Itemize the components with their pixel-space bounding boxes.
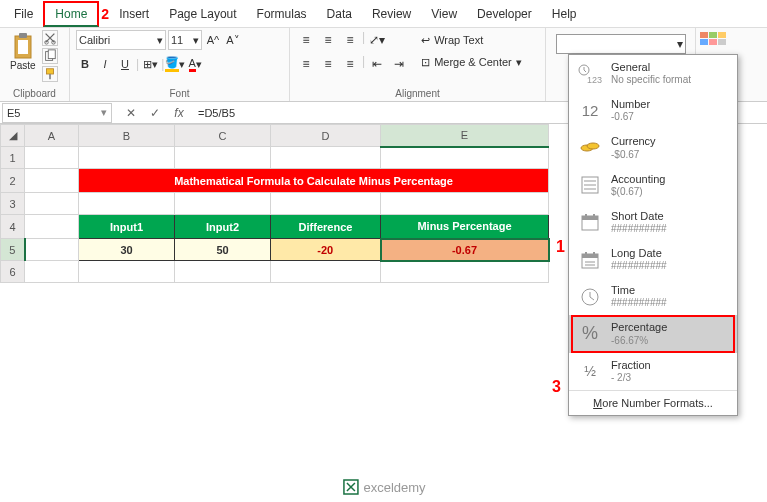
svg-rect-25 bbox=[585, 214, 587, 218]
svg-point-18 bbox=[587, 143, 599, 149]
cancel-icon[interactable]: ✕ bbox=[122, 104, 140, 122]
increase-font-icon[interactable]: A^ bbox=[204, 30, 222, 50]
format-percentage[interactable]: % Percentage-66.67% bbox=[569, 315, 737, 352]
format-number[interactable]: 12 Number-0.67 bbox=[569, 92, 737, 129]
more-number-formats[interactable]: More Number Formats... bbox=[569, 390, 737, 415]
select-all-corner[interactable]: ◢ bbox=[1, 125, 25, 147]
fx-icon[interactable]: fx bbox=[170, 104, 188, 122]
callout-3: 3 bbox=[552, 378, 561, 396]
row-header-1[interactable]: 1 bbox=[1, 147, 25, 169]
indent-right-icon[interactable]: ⇥ bbox=[389, 54, 409, 74]
formula-input[interactable]: =D5/B5 bbox=[194, 107, 239, 119]
logo-icon bbox=[341, 478, 359, 496]
format-accounting[interactable]: Accounting$(0.67) bbox=[569, 167, 737, 204]
row-header-6[interactable]: 6 bbox=[1, 261, 25, 283]
row-header-5[interactable]: 5 bbox=[1, 239, 25, 261]
format-time[interactable]: Time########## bbox=[569, 278, 737, 315]
header-difference[interactable]: Difference bbox=[271, 215, 381, 239]
cell-c5[interactable]: 50 bbox=[175, 239, 271, 261]
tab-help[interactable]: Help bbox=[542, 3, 587, 25]
svg-rect-13 bbox=[709, 39, 717, 45]
number-format-select[interactable]: ▾ bbox=[556, 34, 686, 54]
tab-developer[interactable]: Developer bbox=[467, 3, 542, 25]
accounting-icon bbox=[577, 174, 603, 196]
callout-1: 1 bbox=[556, 238, 565, 256]
format-short-date[interactable]: Short Date########## bbox=[569, 204, 737, 241]
paste-icon bbox=[11, 32, 35, 60]
tab-review[interactable]: Review bbox=[362, 3, 421, 25]
cell-e5[interactable]: -0.67 bbox=[381, 239, 549, 261]
wrap-text-button[interactable]: ↩Wrap Text bbox=[417, 30, 526, 50]
font-name-select[interactable]: Calibri▾ bbox=[76, 30, 166, 50]
cell-b5[interactable]: 30 bbox=[79, 239, 175, 261]
clipboard-label: Clipboard bbox=[6, 86, 63, 99]
svg-rect-2 bbox=[18, 40, 28, 54]
format-currency[interactable]: Currency-$0.67 bbox=[569, 129, 737, 166]
italic-button[interactable]: I bbox=[96, 54, 114, 74]
svg-rect-1 bbox=[19, 33, 27, 38]
col-header-e[interactable]: E bbox=[381, 125, 549, 147]
alignment-group-label: Alignment bbox=[296, 86, 539, 99]
general-icon: 123 bbox=[577, 63, 603, 85]
copy-icon[interactable] bbox=[42, 48, 58, 64]
font-size-select[interactable]: 11▾ bbox=[168, 30, 202, 50]
header-input1[interactable]: Input1 bbox=[79, 215, 175, 239]
row-header-2[interactable]: 2 bbox=[1, 169, 25, 193]
align-top-icon[interactable]: ≡ bbox=[296, 30, 316, 50]
tab-insert[interactable]: Insert bbox=[109, 3, 159, 25]
merge-icon: ⊡ bbox=[421, 56, 430, 69]
paste-label: Paste bbox=[10, 60, 36, 71]
border-button[interactable]: ⊞▾ bbox=[141, 54, 159, 74]
tab-page-layout[interactable]: Page Layout bbox=[159, 3, 246, 25]
col-header-d[interactable]: D bbox=[271, 125, 381, 147]
indent-left-icon[interactable]: ⇤ bbox=[367, 54, 387, 74]
col-header-a[interactable]: A bbox=[25, 125, 79, 147]
bold-button[interactable]: B bbox=[76, 54, 94, 74]
format-long-date[interactable]: Long Date########## bbox=[569, 241, 737, 278]
tab-home[interactable]: Home bbox=[43, 1, 99, 27]
align-middle-icon[interactable]: ≡ bbox=[318, 30, 338, 50]
number-icon: 12 bbox=[577, 100, 603, 122]
title-cell[interactable]: Mathematical Formula to Calculate Minus … bbox=[79, 169, 549, 193]
svg-rect-28 bbox=[582, 254, 598, 258]
row-header-3[interactable]: 3 bbox=[1, 193, 25, 215]
short-date-icon bbox=[577, 211, 603, 233]
tab-formulas[interactable]: Formulas bbox=[247, 3, 317, 25]
header-input2[interactable]: Input2 bbox=[175, 215, 271, 239]
name-box[interactable]: E5▾ bbox=[2, 103, 112, 123]
col-header-b[interactable]: B bbox=[79, 125, 175, 147]
align-bottom-icon[interactable]: ≡ bbox=[340, 30, 360, 50]
align-center-icon[interactable]: ≡ bbox=[318, 54, 338, 74]
percentage-icon: % bbox=[577, 323, 603, 345]
fraction-icon: ½ bbox=[577, 360, 603, 382]
tab-file[interactable]: File bbox=[4, 3, 43, 25]
format-painter-icon[interactable] bbox=[42, 66, 58, 82]
align-left-icon[interactable]: ≡ bbox=[296, 54, 316, 74]
cut-icon[interactable] bbox=[42, 30, 58, 46]
font-color-button[interactable]: A▾ bbox=[186, 54, 204, 74]
svg-rect-6 bbox=[48, 50, 55, 59]
svg-rect-9 bbox=[700, 32, 708, 38]
orientation-icon[interactable]: ⤢▾ bbox=[367, 30, 387, 50]
align-right-icon[interactable]: ≡ bbox=[340, 54, 360, 74]
cell-d5[interactable]: -20 bbox=[271, 239, 381, 261]
merge-center-button[interactable]: ⊡Merge & Center ▾ bbox=[417, 52, 526, 72]
tab-data[interactable]: Data bbox=[317, 3, 362, 25]
enter-icon[interactable]: ✓ bbox=[146, 104, 164, 122]
cell-styles-icon[interactable] bbox=[700, 32, 726, 52]
decrease-font-icon[interactable]: A˅ bbox=[224, 30, 242, 50]
fill-color-button[interactable]: 🪣▾ bbox=[166, 54, 184, 74]
format-general[interactable]: 123 GeneralNo specific format bbox=[569, 55, 737, 92]
format-fraction[interactable]: ½ Fraction- 2/3 bbox=[569, 353, 737, 390]
svg-rect-10 bbox=[709, 32, 717, 38]
paste-button[interactable]: Paste bbox=[6, 30, 40, 73]
callout-2: 2 bbox=[101, 6, 109, 22]
underline-button[interactable]: U bbox=[116, 54, 134, 74]
ribbon-tabs: File Home 2 Insert Page Layout Formulas … bbox=[0, 0, 767, 28]
tab-view[interactable]: View bbox=[421, 3, 467, 25]
header-minus-pct[interactable]: Minus Percentage bbox=[381, 215, 549, 239]
exceldemy-logo: exceldemy bbox=[341, 478, 425, 496]
dropdown-scrollbar[interactable]: ▲ bbox=[737, 55, 738, 415]
row-header-4[interactable]: 4 bbox=[1, 215, 25, 239]
col-header-c[interactable]: C bbox=[175, 125, 271, 147]
